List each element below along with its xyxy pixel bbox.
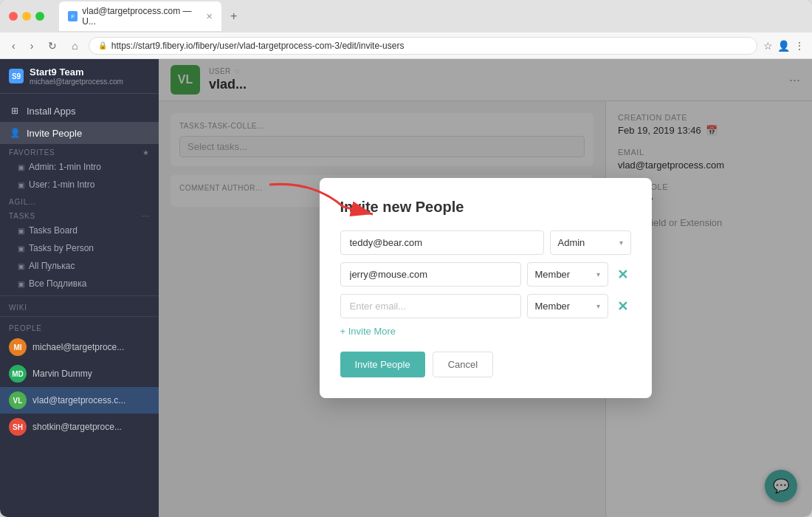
invite-email-input-2[interactable] xyxy=(340,262,521,287)
close-traffic-light[interactable] xyxy=(9,12,18,21)
people-label: PEOPLE xyxy=(9,324,42,332)
lock-icon: 🔒 xyxy=(98,41,107,49)
tasks-by-person-icon: ▣ xyxy=(18,244,24,253)
all-podlivkas-icon: ▣ xyxy=(18,280,24,288)
main-content: VL USER ☆ vlad... ··· TASKS-TASK-COLLE..… xyxy=(159,59,812,517)
address-bar[interactable]: 🔒 https://start9.fibery.io/fibery/user/v… xyxy=(89,37,757,55)
people-section-header: PEOPLE xyxy=(0,320,159,334)
sidebar-item-admin-intro[interactable]: ▣ Admin: 1-min Intro xyxy=(0,158,159,176)
sidebar-item-user-intro[interactable]: ▣ User: 1-min Intro xyxy=(0,176,159,194)
person-item-marvin[interactable]: MD Marvin Dummy xyxy=(0,360,159,387)
install-apps-icon: ⊞ xyxy=(9,105,21,117)
invite-row-1: Admin ▾ xyxy=(340,230,631,255)
sidebar-item-tasks-board[interactable]: ▣ Tasks Board xyxy=(0,222,159,239)
sidebar-item-all-pulkas[interactable]: ▣ All Пулькас xyxy=(0,257,159,275)
cancel-button[interactable]: Cancel xyxy=(433,352,493,377)
agil-section: Agil... xyxy=(0,194,159,208)
forward-button[interactable]: › xyxy=(26,37,38,55)
profile-icon[interactable]: 👤 xyxy=(777,40,790,52)
role-dropdown-arrow-2-icon: ▾ xyxy=(596,270,600,278)
role-dropdown-3[interactable]: Member ▾ xyxy=(527,294,608,318)
tasks-more-icon[interactable]: ··· xyxy=(142,212,150,220)
remove-row-2-button[interactable]: ✕ xyxy=(614,264,631,286)
tab-favicon: F xyxy=(68,11,78,21)
avatar-marvin: MD xyxy=(9,365,27,383)
bookmark-icon[interactable]: ☆ xyxy=(763,40,773,52)
tasks-board-icon: ▣ xyxy=(18,227,24,235)
avatar-michael: MI xyxy=(9,338,27,356)
admin-intro-icon: ▣ xyxy=(18,163,24,171)
browser-tab-bar: F vlad@targetprocess.com — U... ✕ + xyxy=(59,1,803,31)
favorites-section: FAVORITES ★ xyxy=(0,144,159,158)
sidebar: S9 Start9 Team michael@targetprocess.com… xyxy=(0,59,159,517)
minimize-traffic-light[interactable] xyxy=(22,12,31,21)
modal-actions: Invite People Cancel xyxy=(340,352,631,377)
invite-row-3: Member ▾ ✕ xyxy=(340,294,631,318)
traffic-lights xyxy=(9,12,44,21)
sidebar-divider-wiki xyxy=(0,295,159,296)
person-name-marvin: Marvin Dummy xyxy=(32,369,92,379)
invite-modal: Invite new People Admin ▾ Member xyxy=(320,178,652,398)
browser-navbar: ‹ › ↻ ⌂ 🔒 https://start9.fibery.io/fiber… xyxy=(0,32,812,59)
install-apps-label: Install Apps xyxy=(27,106,76,117)
role-dropdown-1[interactable]: Admin ▾ xyxy=(550,230,631,255)
workspace-logo: S9 xyxy=(9,69,24,83)
all-podlivkas-label: Все Подливка xyxy=(29,278,86,289)
tasks-section-label: TASKS xyxy=(9,212,35,220)
tab-close-button[interactable]: ✕ xyxy=(206,12,213,21)
sidebar-item-all-podlivkas[interactable]: ▣ Все Подливка xyxy=(0,275,159,292)
role-dropdown-arrow-3-icon: ▾ xyxy=(596,302,600,310)
tasks-board-label: Tasks Board xyxy=(29,225,78,236)
invite-people-button[interactable]: Invite People xyxy=(340,352,425,377)
all-pulkas-label: All Пулькас xyxy=(29,261,75,271)
invite-people-label: Invite People xyxy=(27,128,82,139)
role-dropdown-arrow-1-icon: ▾ xyxy=(619,239,623,247)
role-value-2: Member xyxy=(535,269,571,280)
menu-icon[interactable]: ⋮ xyxy=(794,40,805,52)
agil-label: Agil... xyxy=(9,198,36,206)
workspace-email: michael@targetprocess.com xyxy=(30,78,123,86)
role-value-1: Admin xyxy=(558,237,585,248)
tasks-by-person-label: Tasks by Person xyxy=(29,243,94,253)
person-item-shotkin[interactable]: SH shotkin@targetproce... xyxy=(0,414,159,440)
person-name-shotkin: shotkin@targetproce... xyxy=(32,422,122,432)
sidebar-item-invite-people[interactable]: 👤 Invite People xyxy=(0,122,159,144)
avatar-vlad: VL xyxy=(9,391,27,409)
modal-title: Invite new People xyxy=(340,199,631,216)
sidebar-menu: ⊞ Install Apps 👤 Invite People FAVORITES… xyxy=(0,94,159,446)
role-dropdown-2[interactable]: Member ▾ xyxy=(527,262,608,287)
person-name-vlad: vlad@targetprocess.c... xyxy=(32,395,125,405)
admin-intro-label: Admin: 1-min Intro xyxy=(29,162,101,172)
remove-row-3-button[interactable]: ✕ xyxy=(614,295,631,318)
user-intro-label: User: 1-min Intro xyxy=(29,179,94,190)
tasks-section-header: TASKS ··· xyxy=(0,208,159,222)
tab-title: vlad@targetprocess.com — U... xyxy=(82,6,202,27)
app-container: S9 Start9 Team michael@targetprocess.com… xyxy=(0,59,812,517)
url-text: https://start9.fibery.io/fibery/user/vla… xyxy=(111,41,405,51)
sidebar-item-tasks-by-person[interactable]: ▣ Tasks by Person xyxy=(0,239,159,257)
wiki-section-header: WIKI xyxy=(0,299,159,313)
browser-tab-active[interactable]: F vlad@targetprocess.com — U... ✕ xyxy=(59,1,221,31)
user-intro-icon: ▣ xyxy=(18,181,24,189)
invite-email-input-1[interactable] xyxy=(340,230,544,255)
workspace-name: Start9 Team xyxy=(30,66,123,78)
reload-button[interactable]: ↻ xyxy=(44,37,61,55)
invite-email-input-3[interactable] xyxy=(340,294,521,318)
person-item-michael[interactable]: MI michael@targetproce... xyxy=(0,334,159,360)
avatar-shotkin: SH xyxy=(9,418,27,436)
back-button[interactable]: ‹ xyxy=(7,37,20,55)
all-pulkas-icon: ▣ xyxy=(18,262,24,270)
browser-titlebar: F vlad@targetprocess.com — U... ✕ + xyxy=(0,0,812,32)
invite-people-icon: 👤 xyxy=(9,127,21,139)
fullscreen-traffic-light[interactable] xyxy=(35,12,44,21)
role-value-3: Member xyxy=(535,301,571,312)
sidebar-item-install-apps[interactable]: ⊞ Install Apps xyxy=(0,100,159,122)
home-button[interactable]: ⌂ xyxy=(67,37,82,55)
invite-row-2: Member ▾ ✕ xyxy=(340,262,631,287)
person-item-vlad[interactable]: VL vlad@targetprocess.c... xyxy=(0,387,159,414)
sidebar-divider-people xyxy=(0,316,159,317)
browser-window: F vlad@targetprocess.com — U... ✕ + ‹ › … xyxy=(0,0,812,517)
favorites-expand-icon[interactable]: ★ xyxy=(142,148,150,157)
new-tab-button[interactable]: + xyxy=(224,7,243,26)
invite-more-button[interactable]: + Invite More xyxy=(340,326,631,337)
